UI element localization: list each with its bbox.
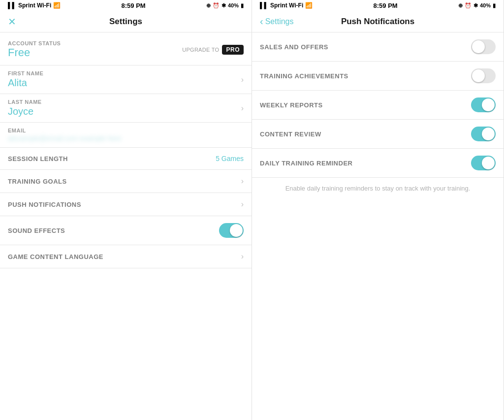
settings-title: Settings [109, 17, 142, 27]
upgrade-text: UPGRADE TO [182, 47, 219, 53]
session-length-row[interactable]: SESSION LENGTH 5 Games [0, 148, 252, 170]
session-length-right: 5 Games [216, 155, 244, 162]
signal-icon-right: ▌▌ [260, 2, 268, 9]
wifi-icon: 📶 [53, 2, 61, 9]
content-review-label: CONTENT REVIEW [260, 130, 321, 138]
status-bar-left: ▌▌ Sprint Wi-Fi 📶 8:59 PM ⊕ ⏰ ✱ 40% ▮ [0, 0, 252, 11]
push-notifications-title: Push Notifications [341, 17, 414, 27]
email-row[interactable]: EMAIL alexample@email.com example here [0, 123, 252, 148]
right-panel: ▌▌ Sprint Wi-Fi 📶 8:59 PM ⊕ ⏰ ✱ 40% ▮ ‹ … [252, 0, 504, 420]
account-status-row: ACCOUNT STATUS Free UPGRADE TO PRO [0, 32, 252, 65]
first-name-chevron: › [241, 75, 244, 84]
training-achievements-label: TRAINING ACHIEVEMENTS [260, 72, 348, 80]
sound-effects-label: SOUND EFFECTS [8, 227, 65, 234]
sales-offers-toggle[interactable] [471, 39, 496, 54]
daily-training-reminder-row[interactable]: DAILY TRAINING REMINDER [252, 149, 504, 178]
last-name-row[interactable]: LAST NAME Joyce › [0, 94, 252, 123]
push-notifications-row[interactable]: PUSH NOTIFICATIONS › [0, 193, 252, 216]
sales-offers-toggle-knob [472, 40, 485, 53]
settings-list: ACCOUNT STATUS Free UPGRADE TO PRO FIRST… [0, 32, 252, 420]
weekly-reports-row[interactable]: WEEKLY REPORTS [252, 91, 504, 120]
battery-icon-left: ▮ [241, 2, 244, 9]
last-name-value: Joyce [8, 106, 244, 117]
push-notifications-chevron: › [241, 200, 244, 209]
weekly-reports-toggle[interactable] [471, 97, 496, 112]
training-goals-row[interactable]: TRAINING GOALS › [0, 170, 252, 193]
first-name-value: Alita [8, 77, 244, 89]
nav-bar-left: ✕ Settings [0, 11, 252, 32]
sales-offers-label: SALES AND OFFERS [260, 43, 328, 51]
push-notifications-label: PUSH NOTIFICATIONS [8, 201, 81, 208]
weekly-reports-label: WEEKLY REPORTS [260, 101, 323, 109]
last-name-label: LAST NAME [8, 99, 244, 105]
close-button[interactable]: ✕ [8, 16, 16, 28]
account-status-label: ACCOUNT STATUS [8, 40, 61, 46]
notifications-list: SALES AND OFFERS TRAINING ACHIEVEMENTS W… [252, 32, 504, 420]
bluetooth-icon: ✱ [221, 2, 226, 9]
email-value: alexample@email.com example here [8, 134, 244, 142]
training-goals-label: TRAINING GOALS [8, 178, 67, 185]
push-description-text: Enable daily training reminders to stay … [285, 185, 471, 192]
battery-pct-right: 40% [480, 2, 491, 8]
session-length-label: SESSION LENGTH [8, 155, 68, 162]
email-label: EMAIL [8, 128, 244, 133]
battery-area-right: ⊕ ⏰ ✱ 40% ▮ [458, 2, 496, 9]
first-name-row[interactable]: FIRST NAME Alita › [0, 65, 252, 94]
alarm-icon-right: ⏰ [465, 2, 472, 9]
training-achievements-toggle-knob [472, 69, 485, 82]
upgrade-area[interactable]: UPGRADE TO PRO [182, 45, 244, 55]
battery-pct-left: 40% [228, 2, 239, 8]
weekly-reports-toggle-knob [482, 98, 495, 111]
left-panel: ▌▌ Sprint Wi-Fi 📶 8:59 PM ⊕ ⏰ ✱ 40% ▮ ✕ … [0, 0, 252, 420]
time-left: 8:59 PM [122, 2, 146, 9]
back-arrow-icon: ‹ [260, 16, 263, 27]
back-label: Settings [265, 17, 294, 26]
battery-icon-right: ▮ [493, 2, 496, 9]
push-description: Enable daily training reminders to stay … [252, 178, 504, 199]
training-achievements-row[interactable]: TRAINING ACHIEVEMENTS [252, 62, 504, 91]
location-icon: ⊕ [206, 2, 211, 9]
game-content-language-chevron: › [241, 252, 244, 261]
status-bar-left-info: ▌▌ Sprint Wi-Fi 📶 [8, 2, 61, 9]
last-name-chevron: › [241, 104, 244, 113]
close-icon: ✕ [8, 16, 16, 28]
game-content-language-right: › [241, 252, 244, 261]
pro-badge: PRO [222, 45, 244, 55]
daily-training-reminder-toggle-knob [482, 157, 495, 169]
game-content-language-label: GAME CONTENT LANGUAGE [8, 253, 103, 260]
game-content-language-row[interactable]: GAME CONTENT LANGUAGE › [0, 245, 252, 268]
content-review-row[interactable]: CONTENT REVIEW [252, 120, 504, 149]
back-button[interactable]: ‹ Settings [260, 16, 293, 27]
content-review-toggle-knob [482, 128, 495, 140]
battery-area-left: ⊕ ⏰ ✱ 40% ▮ [206, 2, 244, 9]
signal-icon: ▌▌ [8, 2, 16, 9]
sales-offers-row[interactable]: SALES AND OFFERS [252, 32, 504, 62]
bluetooth-icon-right: ✱ [473, 2, 478, 9]
training-goals-chevron: › [241, 177, 244, 186]
daily-training-reminder-toggle[interactable] [471, 156, 496, 170]
push-notifications-right: › [241, 200, 244, 209]
first-name-label: FIRST NAME [8, 70, 244, 76]
sound-effects-toggle-knob [230, 224, 243, 237]
carrier-left: Sprint Wi-Fi [18, 2, 51, 9]
daily-training-reminder-label: DAILY TRAINING REMINDER [260, 160, 352, 167]
nav-bar-right: ‹ Settings Push Notifications [252, 11, 504, 32]
training-achievements-toggle[interactable] [471, 68, 496, 83]
location-icon-right: ⊕ [458, 2, 463, 9]
sound-effects-toggle[interactable] [219, 223, 244, 238]
time-right: 8:59 PM [374, 2, 398, 9]
alarm-icon: ⏰ [213, 2, 220, 9]
training-goals-right: › [241, 177, 244, 186]
account-status-left: ACCOUNT STATUS Free [8, 40, 61, 59]
carrier-right: Sprint Wi-Fi [270, 2, 303, 9]
status-bar-right: ▌▌ Sprint Wi-Fi 📶 8:59 PM ⊕ ⏰ ✱ 40% ▮ [252, 0, 504, 11]
sound-effects-row[interactable]: SOUND EFFECTS [0, 216, 252, 245]
content-review-toggle[interactable] [471, 127, 496, 141]
wifi-icon-right: 📶 [305, 2, 313, 9]
account-status-value: Free [8, 46, 61, 59]
session-length-value: 5 Games [216, 155, 244, 162]
status-bar-right-info: ▌▌ Sprint Wi-Fi 📶 [260, 2, 313, 9]
